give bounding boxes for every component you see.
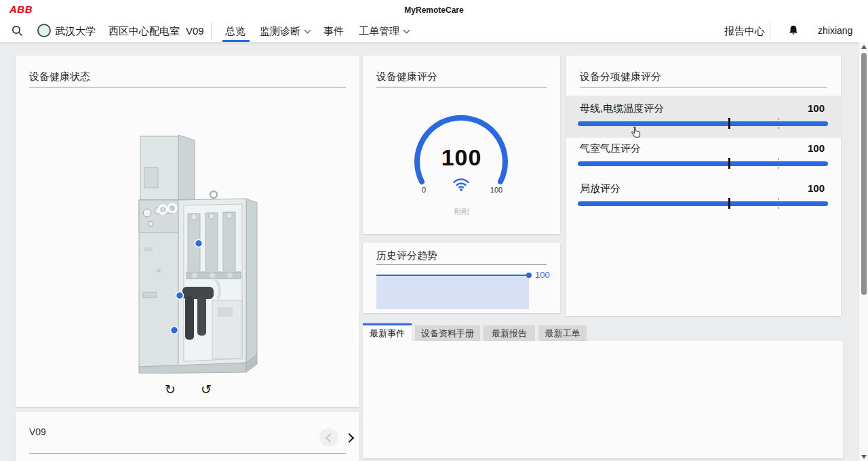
bottom-tab-device-manual[interactable]: 设备资料手册 xyxy=(415,325,480,341)
threshold-tick-dashed xyxy=(778,198,778,209)
hotspot-dot xyxy=(171,327,178,334)
switchgear-3d-view[interactable] xyxy=(112,131,285,374)
bottom-tab-latest-reports[interactable]: 最新报告 xyxy=(484,325,535,341)
subscore-value: 100 xyxy=(808,142,825,154)
history-trend-card: 历史评分趋势 100 xyxy=(363,243,560,313)
subscore-bar[interactable] xyxy=(578,161,828,166)
username[interactable]: zhixiang xyxy=(818,25,852,36)
latest-events-panel xyxy=(363,341,843,458)
trend-value-label: 100 xyxy=(535,270,550,280)
bell-icon[interactable] xyxy=(787,24,800,37)
card-title-rule xyxy=(580,87,827,87)
chevron-down-icon xyxy=(304,27,311,34)
nav-divider xyxy=(211,22,212,39)
mouse-cursor-pointer xyxy=(629,125,643,140)
vertical-scrollbar[interactable] xyxy=(859,42,868,461)
scroll-up-arrow[interactable] xyxy=(861,45,867,49)
threshold-tick-dashed xyxy=(778,158,778,169)
scrollbar-thumb[interactable] xyxy=(861,53,867,295)
tab-monitoring-diagnosis[interactable]: 监测诊断 xyxy=(260,25,310,38)
subscore-row-partial-discharge[interactable]: 局放评分 100 xyxy=(566,176,841,216)
subscore-label: 母线,电缆温度评分 xyxy=(580,102,664,115)
report-center-link[interactable]: 报告中心 xyxy=(724,25,765,38)
gauge-min-label: 0 xyxy=(416,186,432,194)
wifi-icon xyxy=(452,175,471,192)
threshold-tick-dashed xyxy=(778,118,778,129)
card-title: 设备分项健康评分 xyxy=(580,71,661,83)
scroll-down-arrow[interactable] xyxy=(861,455,867,459)
health-score-value: 100 xyxy=(363,144,560,171)
bottom-tab-latest-workorders[interactable]: 最新工单 xyxy=(538,325,587,341)
threshold-tick-solid xyxy=(728,118,730,129)
chevron-left-icon xyxy=(326,433,335,443)
previous-device-button[interactable] xyxy=(319,428,338,447)
card-title: 历史评分趋势 xyxy=(376,249,437,262)
subscore-label: 气室气压评分 xyxy=(580,142,641,155)
search-icon[interactable] xyxy=(11,24,23,37)
subscore-value: 100 xyxy=(808,182,825,194)
breadcrumb-site[interactable]: 西区中心配电室 xyxy=(108,25,180,38)
trend-endpoint-dot xyxy=(526,273,532,278)
rotate-counterclockwise-icon[interactable]: ↺ xyxy=(197,381,215,399)
card-title-rule xyxy=(29,87,346,87)
subscore-bar[interactable] xyxy=(578,121,828,126)
rotate-clockwise-icon[interactable]: ↻ xyxy=(161,381,179,399)
subscores-card: 设备分项健康评分 母线,电缆温度评分 100 气室气压评分 100 局放评分 1… xyxy=(566,56,841,316)
card-title: 设备健康状态 xyxy=(29,71,90,83)
breadcrumb-organization[interactable]: 武汉大学 xyxy=(55,25,96,38)
threshold-tick-solid xyxy=(728,158,730,169)
card-title-rule xyxy=(376,264,547,265)
subscore-row-busbar-cable-temp[interactable]: 母线,电缆温度评分 100 xyxy=(566,96,841,138)
subscore-bar[interactable] xyxy=(578,201,828,206)
trend-line xyxy=(376,275,529,276)
chevron-down-icon xyxy=(403,27,410,34)
gauge-max-label: 100 xyxy=(486,186,507,194)
device-health-status-card: 设备健康状态 xyxy=(16,56,359,407)
active-tab-underline xyxy=(222,40,250,42)
device-pager-card: V09 xyxy=(16,412,359,461)
top-bar: ABB MyRemoteCare xyxy=(0,0,868,19)
tab-work-orders[interactable]: 工单管理 xyxy=(359,25,409,38)
tab-events[interactable]: 事件 xyxy=(323,25,344,38)
bottom-tab-latest-events[interactable]: 最新事件 xyxy=(363,323,412,341)
chevron-right-icon[interactable] xyxy=(344,433,354,443)
subscore-row-gas-pressure[interactable]: 气室气压评分 100 xyxy=(566,136,841,176)
hotspot-dot xyxy=(195,240,203,247)
breadcrumb-device[interactable]: V09 xyxy=(186,25,204,37)
app-title: MyRemoteCare xyxy=(0,5,868,15)
subscore-value: 100 xyxy=(808,102,825,114)
nav-divider xyxy=(770,22,770,39)
subscore-label: 局放评分 xyxy=(580,182,620,195)
pager-rule xyxy=(29,453,346,454)
health-score-card: 设备健康评分 100 0 100 刚刚 xyxy=(363,56,560,234)
trend-area-fill xyxy=(376,276,529,309)
tab-overview[interactable]: 总览 xyxy=(225,25,245,38)
device-pager-title: V09 xyxy=(29,426,46,437)
hotspot-dot xyxy=(176,292,184,300)
last-updated-label: 刚刚 xyxy=(363,207,560,217)
organization-logo-icon xyxy=(37,24,51,37)
nav-bar: 武汉大学 西区中心配电室 V09 总览 监测诊断 事件 工单管理 报告中心 zh… xyxy=(0,19,868,43)
threshold-tick-solid xyxy=(728,198,730,209)
myremotecare-dashboard: { "header": { "brand": "ABB", "app_title… xyxy=(0,0,868,461)
